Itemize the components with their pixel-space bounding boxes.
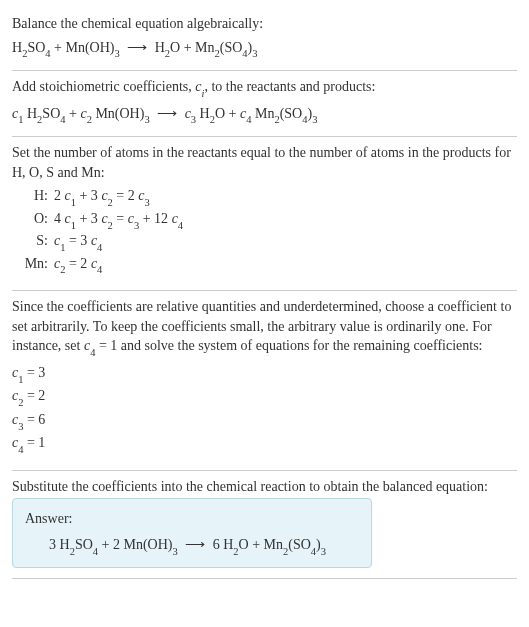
coefficient-item: c4 = 1: [12, 433, 517, 455]
add-coefficients-text: Add stoichiometric coefficients, ci, to …: [12, 77, 517, 99]
coefficient-list: c1 = 3 c2 = 2 c3 = 6 c4 = 1: [12, 363, 517, 456]
answer-box: Answer: 3 H2SO4 + 2 Mn(OH)3 ⟶ 6 H2O + Mn…: [12, 498, 372, 568]
substitute-section: Substitute the coefficients into the che…: [12, 471, 517, 580]
atom-equation: c1 = 3 c4: [54, 231, 102, 253]
coefficients-equation: c1 H2SO4 + c2 Mn(OH)3 ⟶ c3 H2O + c4 Mn2(…: [12, 104, 517, 126]
substitute-text: Substitute the coefficients into the che…: [12, 477, 517, 497]
intro-equation: H2SO4 + Mn(OH)3 ⟶ H2O + Mn2(SO4)3: [12, 38, 517, 60]
atom-equation: 4 c1 + 3 c2 = c3 + 12 c4: [54, 209, 183, 231]
atom-label: S:: [20, 231, 48, 251]
answer-equation: 3 H2SO4 + 2 Mn(OH)3 ⟶ 6 H2O + Mn2(SO4)3: [49, 535, 359, 557]
solve-intro: Since the coefficients are relative quan…: [12, 297, 517, 359]
intro-title: Balance the chemical equation algebraica…: [12, 14, 517, 34]
atom-row: Mn: c2 = 2 c4: [20, 254, 517, 276]
atom-row: H: 2 c1 + 3 c2 = 2 c3: [20, 186, 517, 208]
atom-equation: c2 = 2 c4: [54, 254, 102, 276]
intro-section: Balance the chemical equation algebraica…: [12, 8, 517, 71]
atom-row: O: 4 c1 + 3 c2 = c3 + 12 c4: [20, 209, 517, 231]
solve-section: Since the coefficients are relative quan…: [12, 291, 517, 471]
atom-equation: 2 c1 + 3 c2 = 2 c3: [54, 186, 150, 208]
add-coefficients-section: Add stoichiometric coefficients, ci, to …: [12, 71, 517, 137]
coefficient-item: c1 = 3: [12, 363, 517, 385]
answer-label: Answer:: [25, 509, 359, 529]
atom-balance-intro: Set the number of atoms in the reactants…: [12, 143, 517, 182]
atom-label: Mn:: [20, 254, 48, 274]
coefficient-item: c2 = 2: [12, 386, 517, 408]
atom-label: O:: [20, 209, 48, 229]
atom-label: H:: [20, 186, 48, 206]
atom-balance-section: Set the number of atoms in the reactants…: [12, 137, 517, 291]
coefficient-item: c3 = 6: [12, 410, 517, 432]
atom-balance-table: H: 2 c1 + 3 c2 = 2 c3 O: 4 c1 + 3 c2 = c…: [20, 186, 517, 276]
atom-row: S: c1 = 3 c4: [20, 231, 517, 253]
